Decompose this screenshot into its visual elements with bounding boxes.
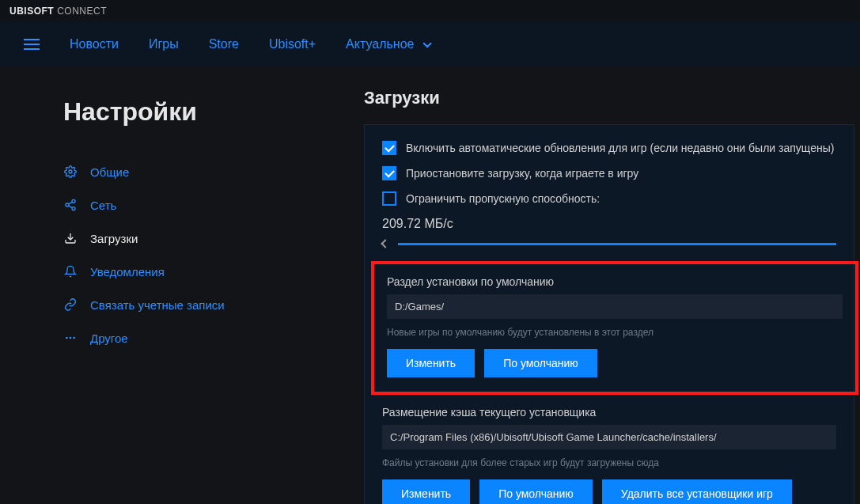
nav-ubisoftplus[interactable]: Ubisoft+ <box>269 37 316 51</box>
sidebar-item-label: Уведомления <box>90 265 165 279</box>
link-icon <box>63 297 78 312</box>
sidebar-item-other[interactable]: Другое <box>63 321 324 354</box>
install-path-label: Раздел установки по умолчанию <box>387 275 843 288</box>
cache-path-input[interactable] <box>382 425 836 449</box>
sidebar-item-label: Сеть <box>90 199 116 212</box>
section-heading: Загрузки <box>364 88 860 108</box>
sidebar-item-general[interactable]: Общие <box>63 155 324 188</box>
settings-sidebar: Настройки Общие Сеть Загрузки Уведомлени… <box>0 66 348 504</box>
default-cache-path-button[interactable]: По умолчанию <box>479 479 593 504</box>
main-content: Загрузки Включить автоматические обновле… <box>348 66 860 504</box>
svg-line-5 <box>69 206 73 208</box>
sidebar-item-downloads[interactable]: Загрузки <box>63 222 324 255</box>
dots-icon <box>63 331 78 345</box>
sidebar-item-notifications[interactable]: Уведомления <box>63 255 324 288</box>
install-path-input[interactable] <box>387 294 843 319</box>
cache-section: Размещение кэша текущего установщика Фай… <box>382 406 836 504</box>
page-title: Настройки <box>63 97 324 127</box>
svg-point-3 <box>72 207 75 210</box>
svg-point-0 <box>69 170 72 173</box>
change-cache-path-button[interactable]: Изменить <box>382 479 470 504</box>
slider-track[interactable] <box>398 243 836 245</box>
bell-icon <box>63 264 78 279</box>
cache-path-label: Размещение кэша текущего установщика <box>382 406 836 419</box>
change-install-path-button[interactable]: Изменить <box>387 349 475 377</box>
bandwidth-slider[interactable] <box>382 241 836 247</box>
install-path-highlight: Раздел установки по умолчанию Новые игры… <box>371 261 858 395</box>
check-limit-bandwidth[interactable]: Ограничить пропускную способность: <box>382 191 836 206</box>
check-auto-updates[interactable]: Включить автоматические обновления для и… <box>382 141 836 155</box>
bandwidth-value: 209.72 МБ/с <box>382 217 836 231</box>
top-nav: Новости Игры Store Ubisoft+ Актуальное <box>0 22 860 66</box>
default-install-path-button[interactable]: По умолчанию <box>484 349 597 377</box>
svg-point-1 <box>72 199 75 203</box>
svg-line-4 <box>69 202 73 204</box>
downloads-panel: Включить автоматические обновления для и… <box>364 124 854 504</box>
sidebar-item-label: Загрузки <box>90 232 138 245</box>
cache-path-hint: Файлы установки для более старых игр буд… <box>382 457 836 468</box>
checkbox-icon[interactable] <box>382 191 396 206</box>
window-titlebar: UBISOFT CONNECT <box>0 0 860 22</box>
svg-point-2 <box>66 203 69 207</box>
svg-point-9 <box>73 337 75 339</box>
nav-actual[interactable]: Актуальное <box>346 37 429 51</box>
sidebar-item-link-accounts[interactable]: Связать учетные записи <box>63 288 324 321</box>
install-path-hint: Новые игры по умолчанию будут установлен… <box>387 327 843 338</box>
checkbox-icon[interactable] <box>382 166 396 180</box>
nav-news[interactable]: Новости <box>70 37 119 51</box>
checkbox-icon[interactable] <box>382 141 396 155</box>
share-icon <box>63 198 78 212</box>
chevron-left-icon[interactable] <box>381 239 389 248</box>
svg-point-7 <box>66 337 68 339</box>
sidebar-item-label: Другое <box>90 332 128 345</box>
nav-store[interactable]: Store <box>209 37 239 51</box>
sidebar-item-network[interactable]: Сеть <box>63 188 324 222</box>
delete-installers-button[interactable]: Удалить все установщики игр <box>602 479 792 504</box>
svg-point-8 <box>70 337 72 339</box>
sidebar-item-label: Связать учетные записи <box>90 298 225 312</box>
chevron-down-icon <box>422 39 431 47</box>
brand-light: CONNECT <box>57 6 107 17</box>
menu-icon[interactable] <box>24 39 40 50</box>
check-pause-on-play[interactable]: Приостановите загрузку, когда играете в … <box>382 166 836 180</box>
brand-bold: UBISOFT <box>9 6 54 17</box>
download-icon <box>63 231 78 245</box>
gear-icon <box>63 165 78 179</box>
sidebar-item-label: Общие <box>90 165 129 179</box>
nav-games[interactable]: Игры <box>149 37 179 51</box>
